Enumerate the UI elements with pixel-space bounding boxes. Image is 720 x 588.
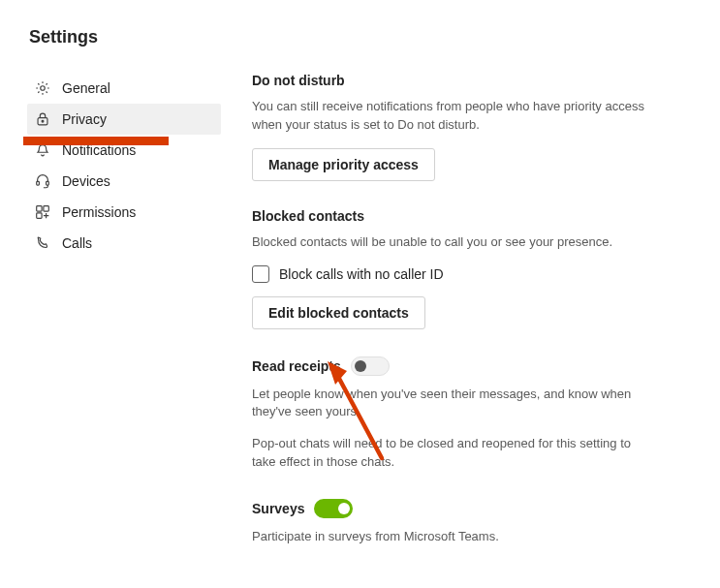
sidebar-item-label: Permissions xyxy=(62,204,136,220)
apps-icon xyxy=(33,202,52,222)
sidebar-item-devices[interactable]: Devices xyxy=(27,166,221,197)
sidebar-item-calls[interactable]: Calls xyxy=(27,228,221,259)
svg-rect-4 xyxy=(47,181,49,185)
settings-sidebar: General Privacy xyxy=(27,73,221,259)
surveys-toggle[interactable] xyxy=(314,499,353,518)
lock-icon xyxy=(33,109,52,129)
read-receipts-toggle[interactable] xyxy=(351,356,390,376)
edit-blocked-contacts-button[interactable]: Edit blocked contacts xyxy=(252,296,425,329)
section-blocked-contacts: Blocked contacts Blocked contacts will b… xyxy=(252,208,647,329)
headset-icon xyxy=(33,171,52,191)
block-no-caller-id-checkbox[interactable] xyxy=(252,265,269,283)
page-title: Settings xyxy=(29,27,720,47)
sidebar-item-general[interactable]: General xyxy=(27,73,221,104)
phone-icon xyxy=(33,233,52,253)
section-title: Read receipts xyxy=(252,358,341,374)
section-desc: You can still receive notifications from… xyxy=(252,98,647,135)
svg-rect-5 xyxy=(37,206,42,211)
svg-point-0 xyxy=(41,86,46,91)
section-desc: Let people know when you've seen their m… xyxy=(252,386,647,422)
manage-priority-access-button[interactable]: Manage priority access xyxy=(252,148,435,181)
sidebar-item-permissions[interactable]: Permissions xyxy=(27,197,221,228)
svg-rect-7 xyxy=(37,213,42,218)
section-desc: Participate in surveys from Microsoft Te… xyxy=(252,528,647,546)
section-do-not-disturb: Do not disturb You can still receive not… xyxy=(252,73,647,181)
svg-rect-6 xyxy=(44,206,48,211)
section-title: Blocked contacts xyxy=(252,208,647,224)
sidebar-item-privacy[interactable]: Privacy xyxy=(27,104,221,135)
section-title: Do not disturb xyxy=(252,73,647,88)
section-surveys: Surveys Participate in surveys from Micr… xyxy=(252,499,647,546)
checkbox-label: Block calls with no caller ID xyxy=(279,266,444,282)
svg-rect-3 xyxy=(37,181,40,185)
section-desc: Blocked contacts will be unable to call … xyxy=(252,233,647,252)
sidebar-item-label: Devices xyxy=(62,173,110,189)
svg-point-2 xyxy=(42,120,44,122)
section-title: Surveys xyxy=(252,501,304,516)
section-desc: Pop-out chats will need to be closed and… xyxy=(252,435,647,472)
sidebar-item-label: General xyxy=(62,80,110,96)
sidebar-item-label: Privacy xyxy=(62,111,107,127)
sidebar-item-label: Calls xyxy=(62,235,92,251)
annotation-redbar xyxy=(23,137,169,145)
gear-icon xyxy=(33,78,52,98)
section-read-receipts: Read receipts Let people know when you'v… xyxy=(252,356,647,472)
